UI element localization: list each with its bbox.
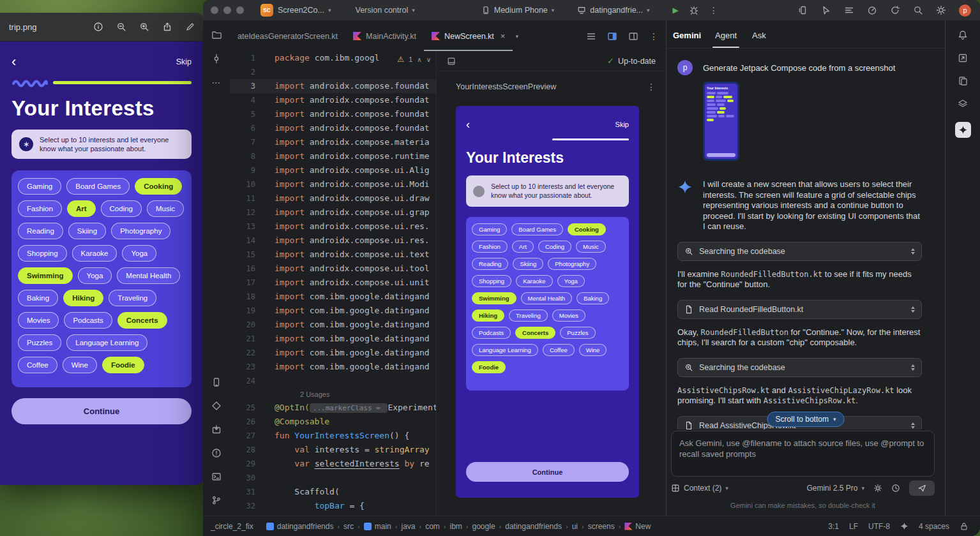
code-line-25[interactable]: 25@OptIn(...markerClass = Experiment [230,401,436,415]
breadcrumb[interactable]: datingandfriends›src›main›java›com›ibm›g… [266,522,821,531]
send-button[interactable] [909,480,935,496]
code-line-10[interactable]: 10import androidx.compose.ui.Modi [230,177,436,191]
app-inspection-icon[interactable] [211,424,222,435]
attached-screenshot-thumbnail[interactable]: Your Interests [703,82,739,161]
device-mirroring-icon[interactable] [798,5,808,15]
more-actions-icon[interactable]: ⋮ [709,5,718,15]
breadcrumb-item-ibm[interactable]: ibm [450,522,462,531]
code-area[interactable]: 1package com.ibm.googl23import androidx.… [230,51,436,513]
interest-chip-gaming[interactable]: Gaming [18,178,61,195]
expand-collapse-icon[interactable] [911,364,915,371]
interest-chip-skiing[interactable]: Skiing [513,258,543,270]
tool-call-searching-the-codebase[interactable]: Searching the codebase [677,242,922,261]
profile-avatar[interactable]: p [959,4,971,17]
code-line-23[interactable]: 23import com.ibm.google.datingand [230,360,436,374]
code-line-13[interactable]: 13import androidx.compose.ui.res. [230,220,436,234]
gemini-settings-icon[interactable] [873,484,882,493]
profiler-icon[interactable] [867,5,877,15]
breadcrumb-item-ui[interactable]: ui [572,522,578,531]
breadcrumb-item-screens[interactable]: screens [588,522,615,531]
code-line-22[interactable]: 22import com.ibm.google.datingand [230,346,436,360]
inspections-widget[interactable]: ⚠ 1 ∧ ∨ [397,55,431,64]
caret-position[interactable]: 3:1 [828,522,839,531]
interest-chip-music[interactable]: Music [147,200,184,217]
interest-chip-reading[interactable]: Reading [18,223,63,239]
interest-chip-reading[interactable]: Reading [472,258,508,270]
file-encoding[interactable]: UTF-8 [868,522,890,531]
project-folder-icon[interactable] [211,30,222,40]
breadcrumb-item-main[interactable]: main [364,522,391,531]
debug-button[interactable] [689,5,699,15]
interest-chip-baking[interactable]: Baking [18,290,58,306]
code-line-27[interactable]: 27fun YourInterestsScreen() { [230,429,436,443]
logcat-icon[interactable] [844,5,854,15]
notifications-bell-icon[interactable] [958,30,968,40]
split-editor-icon[interactable] [607,31,617,41]
interest-chip-podcasts[interactable]: Podcasts [472,327,511,339]
pointer-mode-icon[interactable] [821,5,831,15]
code-line-7[interactable]: 7import androidx.compose.materia [230,135,436,149]
skip-button[interactable]: Skip [615,121,629,128]
edit-pencil-icon[interactable] [185,22,195,32]
close-window-button[interactable] [211,6,218,14]
interest-chip-cooking[interactable]: Cooking [135,178,182,195]
tool-call-read-roundedfilledbutton-kt[interactable]: Read RoundedFilledButton.kt [677,300,922,319]
prev-problem-button[interactable]: ∧ [417,56,421,63]
tab-ask[interactable]: Ask [744,31,774,48]
interest-chip-shopping[interactable]: Shopping [472,275,511,287]
interest-chip-yoga[interactable]: Yoga [557,275,585,287]
interest-chip-yoga[interactable]: Yoga [78,267,112,284]
continue-button[interactable]: Continue [11,398,192,424]
interest-chip-yoga[interactable]: Yoga [122,245,156,262]
window-controls[interactable] [211,6,244,14]
interest-chip-karaoke[interactable]: Karaoke [72,245,117,262]
gemini-conversation[interactable]: p Generate Jetpack Compose code from a s… [667,48,945,429]
breadcrumb-item-datingandfriends[interactable]: datingandfriends [266,522,334,531]
code-line-21[interactable]: 21import com.ibm.google.datingand [230,332,436,346]
interest-chip-traveling[interactable]: Traveling [509,309,548,322]
statusbar-label[interactable]: _circle_2_fix [211,522,253,531]
interest-chip-movies[interactable]: Movies [18,312,59,329]
expand-collapse-icon[interactable] [911,248,915,255]
code-line-5[interactable]: 5import androidx.compose.foundat [230,107,436,121]
branch-selector[interactable]: datingandfrie...▾ [577,6,649,15]
share-icon[interactable] [162,22,172,32]
breadcrumb-item-google[interactable]: google [472,522,495,531]
next-problem-button[interactable]: ∨ [426,56,431,63]
interest-chip-coding[interactable]: Coding [538,241,571,253]
interest-chip-puzzles[interactable]: Puzzles [560,327,595,339]
interest-chip-puzzles[interactable]: Puzzles [18,334,61,351]
line-ending[interactable]: LF [849,522,858,531]
back-icon[interactable]: ‹ [11,56,16,68]
gemini-input[interactable] [678,436,928,471]
vcs-menu[interactable]: Version control▾ [356,6,415,15]
interest-chip-hiking[interactable]: Hiking [63,290,103,306]
interest-chip-mental-health[interactable]: Mental Health [521,292,573,304]
problems-icon[interactable] [211,448,222,458]
gemini-status-icon[interactable] [900,522,908,530]
code-line-11[interactable]: 11import androidx.compose.ui.draw [230,191,436,205]
interest-chip-coffee[interactable]: Coffee [543,344,575,356]
interest-chip-skiing[interactable]: Skiing [68,223,106,239]
layout-inspector-icon[interactable] [958,99,968,109]
interest-chip-fashion[interactable]: Fashion [18,200,62,217]
preview-options-icon[interactable]: ⋮ [647,82,656,92]
zoom-window-button[interactable] [236,6,244,14]
info-icon[interactable] [93,22,103,32]
interest-chip-karaoke[interactable]: Karaoke [516,275,552,287]
interest-chip-swimming[interactable]: Swimming [18,267,73,284]
interest-chip-language-learning[interactable]: Language Learning [472,344,538,356]
interest-chip-swimming[interactable]: Swimming [472,292,516,304]
code-line-9[interactable]: 9import androidx.compose.ui.Alig [230,163,436,177]
interest-chip-shopping[interactable]: Shopping [18,245,67,262]
tab-agent[interactable]: Agent [707,31,744,48]
usages-hint[interactable]: 2 Usages [230,388,436,401]
breadcrumb-item-com[interactable]: com [425,522,440,531]
zoom-out-icon[interactable] [116,22,126,32]
code-line-4[interactable]: 4import androidx.compose.foundat [230,93,436,107]
code-line-18[interactable]: 18import com.ibm.google.datingand [230,290,436,304]
code-line-16[interactable]: 16import androidx.compose.ui.tool [230,262,436,276]
hidden-tabs-chevron-icon[interactable]: ▾ [515,33,518,40]
preview-mode-icon[interactable] [628,31,638,41]
structure-list-icon[interactable] [586,31,596,41]
